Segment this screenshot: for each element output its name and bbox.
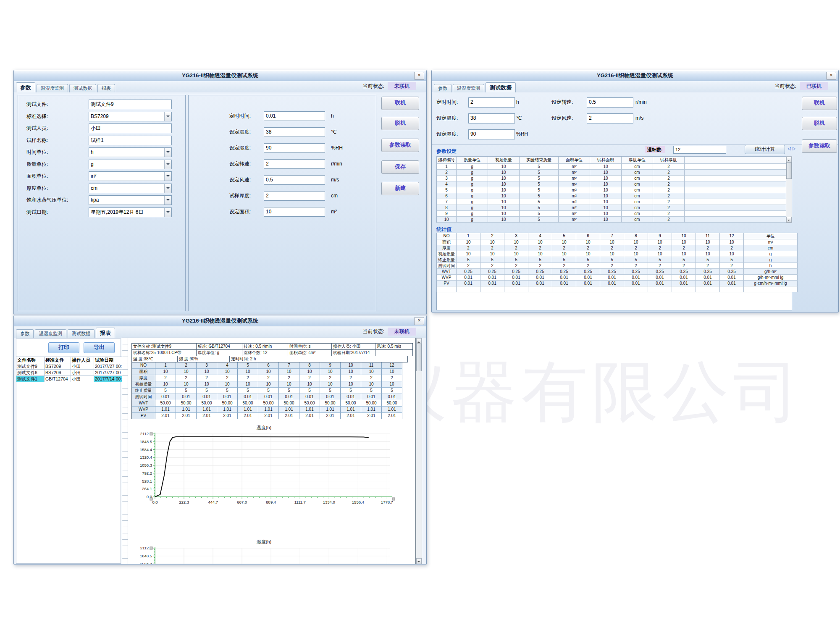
dropdown[interactable]: h <box>89 147 172 157</box>
table-cell: 2 <box>600 245 624 251</box>
scroll-up-icon[interactable] <box>416 338 422 344</box>
numeric-input[interactable]: 10 <box>264 207 325 217</box>
text-input[interactable]: 小田 <box>89 123 172 133</box>
scroll-right-icon[interactable]: ▷ <box>793 146 796 151</box>
titlebar[interactable]: YG216-II织物透湿量仪测试系统 <box>432 70 838 81</box>
numeric-input[interactable]: 38 <box>264 127 325 137</box>
tab-4[interactable]: 报表 <box>96 328 115 338</box>
stats-calc-button[interactable]: 统计计算 <box>745 145 785 154</box>
numeric-input[interactable]: 0.5 <box>264 175 325 185</box>
text-input[interactable]: 试样1 <box>89 136 172 145</box>
scroll-down-icon[interactable] <box>416 558 422 564</box>
action-button-4[interactable]: 保存 <box>381 160 419 174</box>
table-row: 温 度:38℃湿 度:90%定时时间: 2 h <box>132 356 413 362</box>
column-header: 7 <box>600 233 624 239</box>
scroll-down-icon[interactable] <box>786 217 792 223</box>
action-button-1[interactable]: 联机 <box>802 97 837 110</box>
table-cell: g <box>457 170 488 176</box>
table-cell: 9 <box>320 362 341 369</box>
form-row: 设定转速:2r/min <box>189 159 376 169</box>
close-icon[interactable] <box>414 317 424 325</box>
text-input[interactable]: 测试文件9 <box>89 100 172 109</box>
field-label: 测试人员: <box>26 123 48 133</box>
action-button-2[interactable]: 脱机 <box>381 117 419 130</box>
table-cell <box>685 170 790 176</box>
dropdown[interactable]: in² <box>89 171 172 181</box>
titlebar[interactable]: YG216-II织物透湿量仪测试系统 <box>14 315 426 326</box>
tab-3[interactable]: 测试数据 <box>486 82 516 93</box>
export-button[interactable]: 导出 <box>84 342 115 353</box>
scroll-up-icon[interactable] <box>786 157 792 163</box>
numeric-input[interactable]: 0.01 <box>264 111 325 121</box>
scrollbar-thumb[interactable] <box>416 344 422 371</box>
dropdown[interactable]: BS7209 <box>89 112 172 121</box>
table-cell: 小田 <box>71 363 94 370</box>
action-button-3[interactable]: 参数读取 <box>802 139 837 153</box>
table-cell: 3 <box>197 362 217 369</box>
table-row[interactable]: 测试文件1GB/T12704小田2017/7/14 00:00 <box>16 376 126 382</box>
cup-count-input[interactable]: 12 <box>673 146 726 154</box>
scroll-left-icon[interactable]: ◁ <box>788 146 791 151</box>
column-header <box>685 157 790 164</box>
date-picker[interactable]: 星期五,2019年12月 6日 <box>89 207 172 217</box>
table-cell: 测试时间 <box>132 394 155 400</box>
tab-1[interactable]: 参数 <box>16 329 34 338</box>
table-cell: 0.25 <box>457 269 480 275</box>
close-icon[interactable] <box>414 72 424 80</box>
numeric-input[interactable]: 90 <box>468 129 515 139</box>
table-scrollbar[interactable] <box>786 156 792 223</box>
numeric-input[interactable]: 2 <box>264 191 325 201</box>
dropdown[interactable]: cm <box>89 184 172 193</box>
report-scrollbar[interactable] <box>416 338 422 564</box>
table-cell: 8 <box>437 205 457 211</box>
table-cell: 0.01 <box>299 394 320 400</box>
table-cell: 1.01 <box>258 407 279 413</box>
tab-2[interactable]: 温湿度监测 <box>453 84 484 92</box>
chevron-down-icon[interactable] <box>164 112 171 121</box>
table-cell: 2 <box>279 375 299 381</box>
tab-3[interactable]: 测试数据 <box>68 329 94 338</box>
chevron-down-icon[interactable] <box>164 196 171 205</box>
table-cell: 3 <box>437 176 457 181</box>
tab-4[interactable]: 报表 <box>97 84 115 92</box>
form-row: 质量单位:g <box>18 160 185 170</box>
table-cell: 10 <box>299 369 320 375</box>
close-icon[interactable] <box>826 72 836 80</box>
tab-1[interactable]: 参数 <box>16 82 35 93</box>
form-row: 测试人员:小田 <box>18 123 185 134</box>
table-cell: 2 <box>653 205 685 211</box>
numeric-input[interactable]: 2 <box>264 159 325 169</box>
chevron-down-icon[interactable] <box>164 160 171 169</box>
column-header: 初始质量 <box>488 157 520 164</box>
dropdown[interactable]: kpa <box>89 195 172 205</box>
table-cell: 2.01 <box>341 413 361 419</box>
table-row: WVT0.250.250.250.250.250.250.250.250.250… <box>437 269 798 275</box>
tab-2[interactable]: 温湿度监测 <box>37 84 68 92</box>
column-header: 湿杯编号 <box>437 157 457 164</box>
action-button-2[interactable]: 脱机 <box>802 117 837 130</box>
table-row[interactable]: 测试文件9BS7209小田2017/7/27 00:00 <box>16 363 126 370</box>
dropdown[interactable]: g <box>89 160 172 169</box>
chevron-down-icon[interactable] <box>164 184 171 193</box>
numeric-input[interactable]: 0.5 <box>587 97 633 108</box>
print-button[interactable]: 打印 <box>48 342 79 353</box>
chevron-down-icon[interactable] <box>164 172 171 181</box>
titlebar[interactable]: YG216-II织物透湿量仪测试系统 <box>14 70 426 81</box>
table-cell <box>685 176 790 181</box>
table-cell <box>504 286 528 292</box>
scrollbar-thumb[interactable] <box>786 162 792 179</box>
action-button-5[interactable]: 新建 <box>381 182 419 195</box>
action-button-3[interactable]: 参数读取 <box>381 139 419 152</box>
tab-3[interactable]: 测试数据 <box>69 84 96 92</box>
tab-2[interactable]: 温湿度监测 <box>35 329 66 338</box>
numeric-input[interactable]: 2 <box>587 113 633 123</box>
tab-1[interactable]: 参数 <box>434 84 452 92</box>
action-button-1[interactable]: 联机 <box>381 97 419 110</box>
table-cell <box>720 286 744 292</box>
chevron-down-icon[interactable] <box>164 148 171 157</box>
cup-parameters-table: 湿杯编号质量单位初始质量实验结束质量面积单位试样面积厚度单位试样厚度1g105m… <box>436 156 790 223</box>
table-row[interactable]: 测试文件6BS7209小田2017/7/27 00:00 <box>16 370 126 376</box>
table-cell: 5 <box>238 388 258 394</box>
chevron-down-icon[interactable] <box>164 208 171 217</box>
numeric-input[interactable]: 90 <box>264 143 325 153</box>
